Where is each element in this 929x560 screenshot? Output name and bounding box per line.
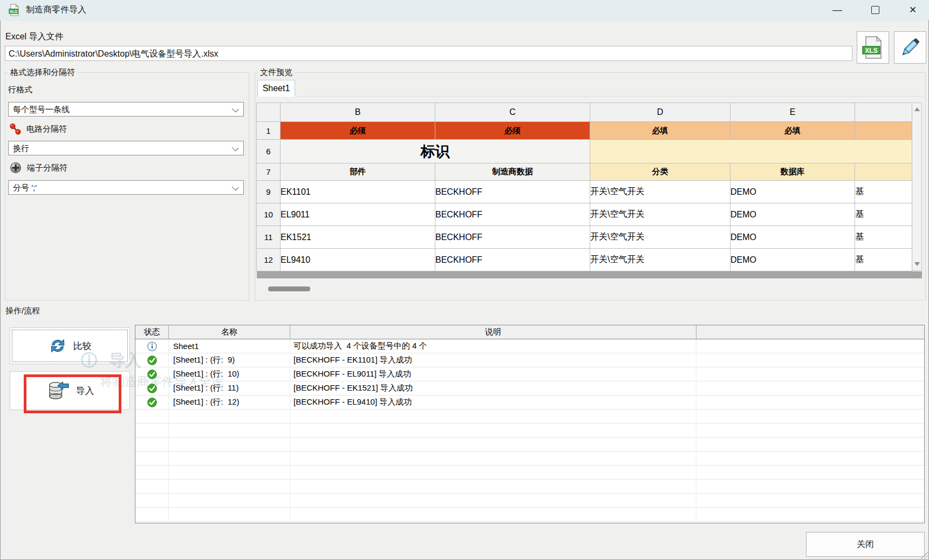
file-preview-title: 文件预览 [258, 67, 295, 78]
status-cell [135, 381, 169, 395]
spreadsheet-cell[interactable]: EK1101 [281, 181, 435, 203]
row-number: 10 [257, 203, 281, 226]
spreadsheet-cell[interactable]: BECKHOFF [435, 226, 590, 249]
terminal-separator-value: 分号 ';' [13, 183, 37, 192]
status-row[interactable]: Sheet1可以成功导入 4 个设备型号中的 4 个 [135, 339, 924, 353]
scroll-down-icon[interactable] [914, 262, 920, 266]
xls-file-icon: XLS [862, 36, 884, 59]
spreadsheet-cell[interactable]: 基 [855, 226, 912, 249]
tab-sheet1[interactable]: Sheet1 [257, 80, 295, 97]
spreadsheet-cell[interactable]: 基 [855, 203, 912, 226]
row-number: 9 [257, 181, 281, 203]
spreadsheet-cell[interactable]: 必须 [281, 122, 435, 140]
extra-column-header [696, 325, 924, 339]
spreadsheet-cell[interactable]: DEMO [730, 181, 855, 203]
row-number: 6 [257, 140, 281, 163]
spreadsheet-cell[interactable]: 标识 [281, 140, 590, 163]
row-format-select[interactable]: 每个型号一条线 [8, 102, 244, 117]
spreadsheet-cell[interactable] [855, 163, 912, 181]
spreadsheet-cell[interactable]: 开关\空气开关 [590, 203, 730, 226]
spreadsheet-cell[interactable]: DEMO [730, 226, 855, 249]
name-cell: [Sheet1] : (行: 9) [169, 353, 290, 367]
name-cell [169, 466, 290, 479]
status-row [135, 508, 924, 522]
spreadsheet-cell[interactable]: 分类 [590, 163, 730, 181]
spreadsheet-cell[interactable]: EL9011 [281, 203, 435, 226]
spreadsheet-cell[interactable]: 必填 [590, 122, 730, 140]
spreadsheet-row: 10EL9011BECKHOFF开关\空气开关DEMO基 [257, 203, 912, 226]
column-letter: D [590, 103, 730, 122]
preview-horizontal-scrollbar[interactable] [268, 286, 310, 291]
spreadsheet-cell[interactable]: EK1521 [281, 226, 435, 249]
name-cell [169, 508, 290, 521]
spreadsheet-cell[interactable]: BECKHOFF [435, 249, 590, 271]
svg-text:XLS: XLS [865, 47, 877, 54]
preview-vertical-scrollbar[interactable] [912, 103, 922, 271]
circuit-separator-label: 电路分隔符 [26, 124, 67, 134]
preview-bottom-filler [257, 271, 922, 278]
import-button-label: 导入 [76, 385, 94, 397]
spreadsheet-cell[interactable]: 开关\空气开关 [590, 249, 730, 271]
scroll-up-icon[interactable] [914, 107, 920, 111]
spreadsheet-cell[interactable]: DEMO [730, 249, 855, 271]
spreadsheet-cell[interactable]: 必须 [435, 122, 590, 140]
extra-cell [696, 409, 924, 423]
extra-cell [696, 480, 924, 493]
status-cell [135, 466, 169, 479]
row-number: 12 [257, 249, 281, 271]
compare-button[interactable]: 比较 [10, 327, 130, 364]
edit-file-button[interactable] [894, 31, 926, 64]
column-letter: E [730, 103, 855, 122]
status-cell [135, 508, 169, 521]
spreadsheet-cell[interactable]: BECKHOFF [435, 181, 590, 203]
status-row [135, 438, 924, 452]
format-panel: 格式选择和分隔符 行格式 每个型号一条线 电路分隔符 换行 [5, 72, 249, 301]
spreadsheet-cell[interactable]: BECKHOFF [435, 203, 590, 226]
description-cell: [BECKHOFF - EL9410] 导入成功 [290, 395, 696, 409]
spreadsheet-cell[interactable] [855, 122, 912, 140]
circuit-separator-row: 电路分隔符 [10, 123, 67, 135]
import-button[interactable]: 导入 [10, 371, 130, 410]
spreadsheet-cell[interactable]: 必填 [730, 122, 855, 140]
success-check-icon [147, 384, 157, 393]
spreadsheet-cell[interactable] [590, 140, 912, 163]
circuit-separator-select[interactable]: 换行 [8, 141, 244, 155]
maximize-button[interactable] [862, 0, 889, 19]
spreadsheet-cell[interactable]: 制造商数据 [435, 163, 590, 181]
name-cell [169, 452, 290, 465]
spreadsheet-cell[interactable]: DEMO [730, 203, 855, 226]
pencil-icon [899, 36, 921, 59]
status-cell [135, 367, 169, 381]
status-row[interactable]: [Sheet1] : (行: 10)[BECKHOFF - EL9011] 导入… [135, 367, 924, 381]
operations-title: 操作/流程 [5, 306, 40, 316]
spreadsheet-cell[interactable]: 基 [855, 181, 912, 203]
chevron-down-icon [232, 145, 239, 152]
spreadsheet-cell[interactable]: 基 [855, 249, 912, 271]
minimize-button[interactable]: — [824, 0, 851, 19]
resize-grip[interactable] [920, 551, 928, 559]
close-window-button[interactable]: ✕ [899, 0, 926, 19]
description-cell: 可以成功导入 4 个设备型号中的 4 个 [290, 339, 696, 353]
row-format-value: 每个型号一条线 [13, 105, 70, 114]
terminal-separator-select[interactable]: 分号 ';' [8, 180, 244, 195]
open-excel-button[interactable]: XLS [857, 31, 889, 64]
name-column-header: 名称 [169, 325, 290, 339]
description-cell: [BECKHOFF - EK1521] 导入成功 [290, 381, 696, 395]
status-cell [135, 494, 169, 507]
close-dialog-button[interactable]: 关闭 [806, 532, 925, 557]
spreadsheet-cell[interactable]: 部件 [281, 163, 435, 181]
spreadsheet-cell[interactable]: 数据库 [730, 163, 855, 181]
spreadsheet-cell[interactable]: 开关\空气开关 [590, 181, 730, 203]
preview-spreadsheet: BCDE1必须必须必填必填6标识7部件制造商数据分类数据库9EK1101BECK… [256, 103, 912, 271]
name-cell [169, 424, 290, 437]
name-cell [169, 409, 290, 423]
file-path-input[interactable]: C:\Users\Administrator\Desktop\电气设备型号导入.… [5, 46, 852, 61]
name-cell [169, 480, 290, 493]
status-row[interactable]: [Sheet1] : (行: 12)[BECKHOFF - EL9410] 导入… [135, 395, 924, 409]
status-row[interactable]: [Sheet1] : (行: 11)[BECKHOFF - EK1521] 导入… [135, 381, 924, 395]
status-row [135, 480, 924, 494]
name-cell [169, 438, 290, 451]
status-row[interactable]: [Sheet1] : (行: 9)[BECKHOFF - EK1101] 导入成… [135, 353, 924, 367]
spreadsheet-cell[interactable]: EL9410 [281, 249, 435, 271]
spreadsheet-cell[interactable]: 开关\空气开关 [590, 226, 730, 249]
